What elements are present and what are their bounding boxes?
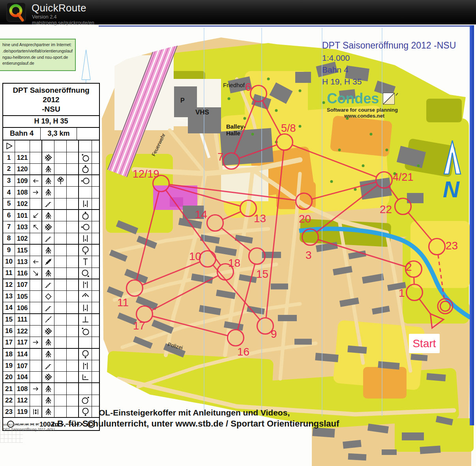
condes-tagline: Software for course planning: [327, 107, 413, 113]
course-leg: [414, 277, 414, 284]
bars-dot-low-icon: [81, 303, 90, 313]
control-row-19: 19107: [3, 360, 99, 372]
bars-dot-high-icon: [81, 361, 90, 371]
card-footer-line: www.condes.net 8.2.17 TV Horn: [3, 422, 55, 427]
map-scale: 1:4.000: [322, 53, 456, 63]
control-number-22: 22: [380, 203, 392, 215]
control-number-20: 20: [299, 213, 311, 225]
arrow-down-left-icon: [32, 212, 39, 219]
arrow-right-icon: [32, 385, 39, 393]
circle-dot-se-icon: [81, 269, 90, 278]
control-row-7: 7103: [3, 221, 99, 233]
quickroute-window: QuickRoute Version 2.4 matstroeng.se/qui…: [0, 0, 476, 466]
control-number-10: 10: [189, 250, 201, 262]
control-row-18: 18114: [3, 349, 99, 360]
card-course-length: 3,3 km: [41, 128, 77, 140]
stairs-icon: [44, 362, 52, 370]
control-row-17: 17117: [3, 337, 99, 348]
circle-dot-nw-icon: [81, 153, 90, 162]
start-icon: [5, 142, 13, 150]
control-row-14: 14106: [3, 302, 99, 314]
control-row-5: 5102: [3, 198, 99, 210]
control-number-23: 23: [446, 240, 458, 252]
control-row-15: 15111: [3, 314, 99, 326]
info-line: ngau-heilbronn.de und nsu-sport.de: [2, 54, 73, 61]
app-header: QuickRoute Version 2.4 matstroeng.se/qui…: [0, 0, 476, 24]
control-row-4: 4108: [3, 187, 99, 198]
map-label-1: P: [180, 97, 185, 104]
circle-dot-s-icon: [81, 350, 90, 359]
tree-icon: [56, 177, 65, 185]
bottom-text-line1: OL-Einsteigerkoffer mit Anleitungen und …: [99, 408, 290, 417]
diamond-icon: [44, 292, 52, 301]
thicket-icon: [44, 223, 52, 231]
stairs-icon: [44, 304, 52, 312]
control-number-6: 6: [245, 81, 251, 93]
circle-dot-n-icon: [81, 211, 90, 220]
control-row-11: 11116: [3, 268, 99, 279]
stairs-icon: [44, 281, 52, 289]
perpendicular-icon: [81, 315, 90, 324]
app-title: QuickRoute: [32, 2, 86, 14]
circle-dot-w-icon: [81, 223, 90, 232]
stairs-icon: [44, 200, 52, 208]
map-label-3: Balley- Halle: [226, 123, 245, 137]
control-row-9: 9115: [3, 245, 99, 256]
condes-url: www.condes.net: [327, 113, 402, 119]
control-number-5/8: 5/8: [281, 122, 296, 134]
conifer-icon: [44, 350, 52, 358]
control-row-21: 21108: [3, 383, 99, 395]
circle-dot-s-icon: [81, 246, 90, 255]
control-row-10: 10113: [3, 256, 99, 268]
circle-dot-w-icon: [81, 176, 90, 185]
bottom-text-line2: z.B. für Schulunterricht, unter www.stb.…: [51, 419, 339, 429]
quickroute-logo-icon: [6, 2, 26, 22]
app-version: Version 2.4: [32, 14, 57, 20]
info-line: hine und Ansprechpartner im Internet:: [2, 42, 73, 48]
circle-dot-nw-icon: [81, 327, 90, 336]
control-row-2: 2120: [3, 164, 99, 175]
course-name: Bahn 4: [322, 65, 456, 75]
control-row-1: 1121: [3, 152, 99, 164]
control-number-2: 2: [406, 261, 412, 273]
wall-icon: [44, 315, 52, 324]
control-row-12: 12107: [3, 279, 99, 291]
conifer-icon: [44, 188, 52, 197]
control-row-3: 3109: [3, 175, 99, 187]
card-classes: H 19, H 35: [3, 116, 99, 128]
course-classes: H 19, H 35: [322, 77, 456, 86]
conifer-icon: [44, 408, 52, 416]
conifer-icon: [44, 177, 52, 185]
circle-dot-s-icon: [81, 407, 90, 416]
stairs-icon: [44, 234, 52, 243]
between-icon: [32, 408, 39, 415]
control-row-20: 20104: [3, 372, 99, 383]
bars-dot-low-icon: [81, 199, 90, 208]
arrow-left-icon: [32, 177, 39, 185]
canopy-dot-icon: [81, 292, 90, 301]
control-row-start: [3, 140, 99, 152]
arrow-left-icon: [32, 258, 39, 266]
conifer-icon: [44, 211, 52, 220]
circle-dot-ne-icon: [81, 396, 90, 405]
scan-border-right: [470, 25, 474, 425]
card-footer-line: DPT Saisoneröffnung 2012 -NSU: [3, 427, 55, 432]
control-number-17: 17: [133, 320, 145, 332]
map-title-block: DPT Saisoneröffnung 2012 -NSU 1:4.000 Ba…: [322, 40, 456, 89]
control-number-1: 1: [399, 287, 405, 299]
arrow-right-icon: [32, 189, 39, 196]
card-course-row: Bahn 4 3,3 km: [3, 128, 99, 140]
control-number-14: 14: [195, 208, 207, 221]
bars-dot-low-icon: [81, 234, 90, 243]
bars-dot-high-icon: [81, 280, 90, 289]
card-title: DPT Saisoneröffnung 2012 -NSU: [3, 84, 99, 116]
condes-icon: [382, 92, 398, 106]
thicket-icon: [44, 327, 52, 335]
event-title: DPT Saisoneröffnung 2012 -NSU: [322, 40, 456, 51]
corner-dot-icon: [81, 372, 90, 382]
control-row-13: 13105: [3, 291, 99, 302]
north-letter: N: [443, 176, 460, 202]
t-junction-icon: [81, 257, 90, 266]
arrow-up-left-icon: [32, 223, 39, 231]
control-description-card: DPT Saisoneröffnung 2012 -NSU H 19, H 35…: [2, 83, 100, 431]
